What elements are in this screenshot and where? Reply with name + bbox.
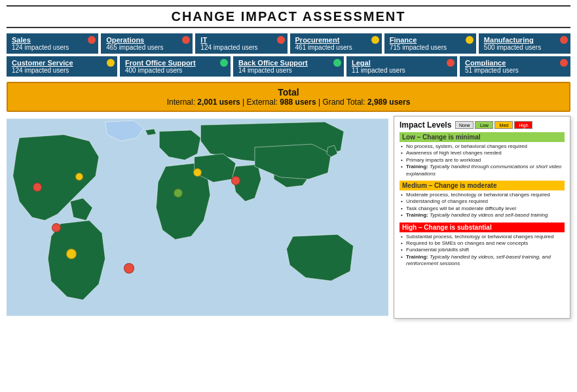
dept-name: Sales <box>12 36 93 44</box>
external-value: 988 users <box>280 98 316 107</box>
dept-card: Legal11 impacted users <box>346 56 457 77</box>
legend-color-box-med: Med <box>494 121 513 129</box>
dept-name: Finance <box>390 36 471 44</box>
dept-users: 465 impacted users <box>106 44 187 51</box>
level-bullets: Substantial process, technology or behav… <box>400 234 565 268</box>
legend-color-box-high: High <box>514 121 532 129</box>
internal-value: 2,001 users <box>197 98 240 107</box>
yellow-dot <box>371 36 379 44</box>
dept-users: 500 impacted users <box>484 44 565 51</box>
level-bullet: No process, system, or behavioral change… <box>401 143 565 150</box>
dept-users: 461 impacted users <box>295 44 377 51</box>
dept-card: Front Office Support400 impacted users <box>120 56 231 77</box>
dept-card: Operations465 impacted users <box>101 33 193 54</box>
level-header: Medium – Change is moderate <box>400 181 565 190</box>
dept-name: Legal <box>352 59 452 67</box>
legend-title: Impact Levels <box>400 120 451 130</box>
level-bullet: Fundamental job/skills shift <box>401 247 565 253</box>
dept-users: 124 impacted users <box>200 44 282 51</box>
world-map <box>7 116 388 319</box>
dept-name: Operations <box>106 36 187 44</box>
page: CHANGE IMPACT ASSESSMENT Sales124 impact… <box>0 0 577 392</box>
dept-card: Customer Service124 impacted users <box>7 56 117 77</box>
map-legend-area: Impact Levels NoneLowMedHigh Low – Chang… <box>7 116 570 319</box>
dept-users: 400 impacted users <box>125 67 225 74</box>
yellow-dot <box>466 36 474 44</box>
legend-level-section: Medium – Change is moderateModerate proc… <box>400 181 565 219</box>
green-dot <box>220 59 228 67</box>
dept-name: IT <box>200 36 282 44</box>
dept-name: Compliance <box>465 59 565 67</box>
dept-name: Customer Service <box>12 59 112 67</box>
dept-card: Manufacturing500 impacted users <box>479 33 570 54</box>
legend-title-row: Impact Levels NoneLowMedHigh <box>400 120 565 130</box>
level-bullet: Training: Typically handled by videos an… <box>401 212 565 219</box>
total-detail: Internal: 2,001 users | External: 988 us… <box>14 98 563 107</box>
red-dot <box>182 36 190 44</box>
dept-card: Procurement461 impacted users <box>290 33 382 54</box>
level-bullet: Primary impacts are to workload <box>401 157 565 164</box>
dept-row-2: Customer Service124 impacted usersFront … <box>7 56 570 77</box>
legend-panel: Impact Levels NoneLowMedHigh Low – Chang… <box>394 116 570 319</box>
dept-card: Sales124 impacted users <box>7 33 98 54</box>
level-bullet: Required to be SMEs on changes and new c… <box>401 240 565 247</box>
level-header: Low – Change is minimal <box>400 132 565 142</box>
total-title: Total <box>14 87 563 98</box>
dept-card: Finance715 impacted users <box>384 33 476 54</box>
level-bullets: Moderate process, technology or behavior… <box>400 192 565 219</box>
red-dot <box>560 59 568 67</box>
level-bullet: Task changes will be at moderate difficu… <box>401 205 565 212</box>
green-dot <box>333 59 341 67</box>
red-dot <box>560 36 568 44</box>
yellow-dot <box>107 59 115 67</box>
dept-card: Back Office Support14 impacted users <box>233 56 344 77</box>
dept-users: 715 impacted users <box>390 44 471 51</box>
total-bar: Total Internal: 2,001 users | External: … <box>7 82 570 112</box>
legend-color-box-none: None <box>455 121 474 129</box>
dept-users: 14 impacted users <box>238 67 339 74</box>
level-bullets: No process, system, or behavioral change… <box>400 143 565 177</box>
dept-name: Manufacturing <box>484 36 565 44</box>
red-dot <box>277 36 285 44</box>
level-bullet: Training: Typically handled by videos, s… <box>401 254 565 268</box>
level-bullet: Understanding of changes required <box>401 198 565 205</box>
level-bullet: Substantial process, technology or behav… <box>401 234 565 240</box>
grand-value: 2,989 users <box>367 98 410 107</box>
legend-color-boxes: NoneLowMedHigh <box>455 121 532 129</box>
level-bullet: Training: Typically handled through comm… <box>401 164 565 177</box>
dept-users: 11 impacted users <box>352 67 452 74</box>
dept-card: IT124 impacted users <box>195 33 287 54</box>
dept-name: Procurement <box>295 36 377 44</box>
internal-label: Internal: <box>167 98 195 107</box>
level-bullet: Awareness of high level changes needed <box>401 150 565 156</box>
level-bullet: Moderate process, technology or behavior… <box>401 192 565 198</box>
page-title: CHANGE IMPACT ASSESSMENT <box>7 9 570 24</box>
dept-name: Front Office Support <box>125 59 225 67</box>
level-header: High – Change is substantial <box>400 223 565 232</box>
dept-row-1: Sales124 impacted usersOperations465 imp… <box>7 33 570 54</box>
legend-sections: Low – Change is minimalNo process, syste… <box>400 132 565 267</box>
dept-users: 124 impacted users <box>12 67 112 74</box>
legend-color-box-low: Low <box>475 121 493 129</box>
legend-level-section: High – Change is substantialSubstantial … <box>400 223 565 268</box>
red-dot <box>88 36 96 44</box>
dept-card: Compliance51 impacted users <box>460 56 570 77</box>
grand-label: Grand Total: <box>322 98 365 107</box>
legend-level-section: Low – Change is minimalNo process, syste… <box>400 132 565 177</box>
dept-users: 124 impacted users <box>12 44 93 51</box>
dept-users: 51 impacted users <box>465 67 565 74</box>
title-bar: CHANGE IMPACT ASSESSMENT <box>7 5 570 28</box>
world-map-svg <box>7 116 388 319</box>
external-label: External: <box>247 98 278 107</box>
department-grid: Sales124 impacted usersOperations465 imp… <box>7 33 570 77</box>
red-dot <box>447 59 455 67</box>
dept-name: Back Office Support <box>238 59 339 67</box>
